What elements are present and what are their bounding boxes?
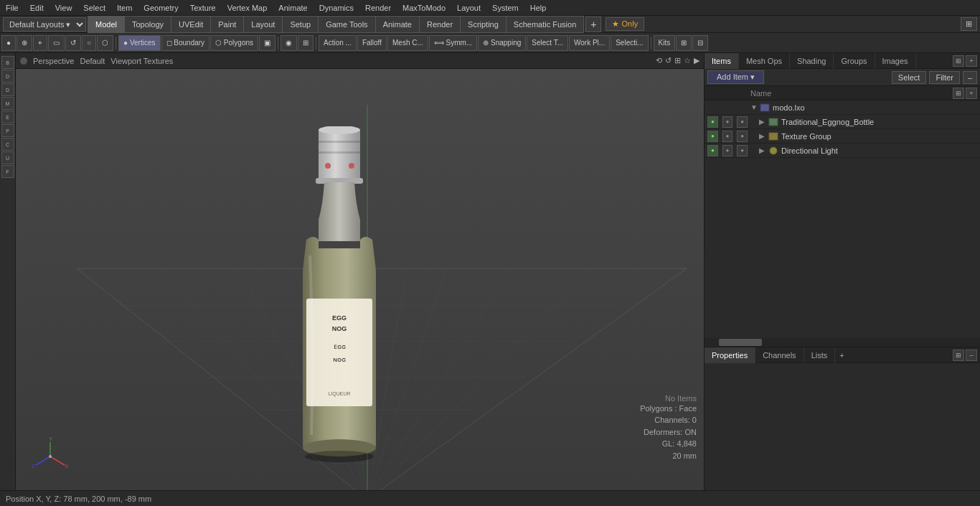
snap2-button[interactable]: ⊞	[298, 35, 314, 51]
eye-bottle[interactable]: ●	[707, 116, 718, 128]
items-scrollbar[interactable]	[705, 338, 980, 347]
tab-paint[interactable]: Paint	[210, 16, 243, 33]
snapping-button[interactable]: ⊕ Snapping	[478, 35, 526, 51]
sidebar-tool-6[interactable]: P	[1, 124, 14, 137]
sidebar-tool-8[interactable]: U	[1, 151, 14, 164]
vp-star-icon[interactable]: ☆	[684, 56, 691, 65]
layout-select[interactable]: Default Layouts ▾	[3, 17, 86, 32]
viewport-canvas[interactable]: EGG NOG ᴇɢɢ ɴᴏɢ LIQUEUR No Items Polygon	[16, 69, 704, 490]
selection-button[interactable]: Selecti...	[611, 35, 648, 51]
mode-button[interactable]: ▣	[259, 35, 275, 51]
layout-icon-button[interactable]: ⊞	[676, 35, 692, 51]
minus-button[interactable]: –	[963, 71, 977, 84]
select-button[interactable]: Select	[892, 71, 927, 84]
prop-tab-properties[interactable]: Properties	[705, 347, 755, 363]
vertices-button[interactable]: ● Vertices	[118, 35, 160, 51]
prop-settings-icon[interactable]: –	[966, 350, 977, 361]
tool-crosshair[interactable]: ⊕	[17, 35, 32, 51]
star-only-button[interactable]: ★ Only	[606, 17, 644, 31]
prop-expand-icon[interactable]: ⊞	[953, 350, 964, 361]
tab-groups[interactable]: Groups	[834, 53, 875, 69]
menu-edit[interactable]: Edit	[24, 2, 50, 14]
tool-lasso[interactable]: ⌖	[33, 35, 47, 51]
menu-layout[interactable]: Layout	[451, 2, 486, 14]
tool-rect[interactable]: ▭	[48, 35, 65, 51]
eye-bottle-2[interactable]: ●	[722, 116, 733, 128]
eye-light[interactable]: ●	[707, 145, 718, 156]
prop-tab-add[interactable]: +	[835, 350, 848, 361]
menu-view[interactable]: View	[50, 2, 78, 14]
tab-topology[interactable]: Topology	[124, 16, 171, 33]
vp-rotate-icon[interactable]: ⟲	[656, 56, 662, 65]
tab-game-tools[interactable]: Game Tools	[318, 16, 375, 33]
filter-button[interactable]: Filter	[929, 71, 959, 84]
tree-item-root[interactable]: ▼ modo.lxo	[705, 100, 980, 115]
falloff-button[interactable]: Falloff	[357, 35, 387, 51]
prop-tab-lists[interactable]: Lists	[804, 347, 836, 363]
tab-mesh-ops[interactable]: Mesh Ops	[739, 53, 790, 69]
action-button[interactable]: Action ...	[319, 35, 357, 51]
panel-expand-icon[interactable]: ⊞	[953, 55, 964, 67]
tab-animate[interactable]: Animate	[375, 16, 419, 33]
eye-light-2[interactable]: ●	[722, 145, 733, 156]
list-icon-1[interactable]: ⊞	[953, 88, 964, 99]
menu-render[interactable]: Render	[359, 2, 397, 14]
eye-light-3[interactable]: ●	[737, 145, 748, 156]
mesh-button[interactable]: Mesh C...	[387, 35, 428, 51]
eye-texture-3[interactable]: ●	[737, 131, 748, 142]
boundary-button[interactable]: ◻ Boundary	[161, 35, 210, 51]
tool-circle[interactable]: ○	[82, 35, 96, 51]
add-tab-button[interactable]: +	[585, 17, 601, 32]
eye-bottle-3[interactable]: ●	[737, 116, 748, 128]
tool-rotate[interactable]: ↺	[65, 35, 81, 51]
tree-item-texture[interactable]: ● ● ● ▶ Texture Group	[705, 129, 980, 144]
workplane-button[interactable]: Work Pl...	[569, 35, 610, 51]
menu-geometry[interactable]: Geometry	[138, 2, 184, 14]
tab-uvedit[interactable]: UVEdit	[171, 16, 210, 33]
symm-button[interactable]: ⟺ Symm...	[429, 35, 477, 51]
menu-select[interactable]: Select	[77, 2, 111, 14]
sidebar-tool-4[interactable]: M	[1, 97, 14, 110]
tab-items[interactable]: Items	[705, 53, 739, 69]
tab-layout[interactable]: Layout	[243, 16, 282, 33]
menu-system[interactable]: System	[486, 2, 524, 14]
sidebar-tool-5[interactable]: E	[1, 111, 14, 123]
kits-button[interactable]: Kits	[654, 35, 676, 51]
sidebar-tool-9[interactable]: F	[1, 165, 14, 178]
tool-dot[interactable]: ●	[1, 35, 16, 51]
maximize-button[interactable]: ⊞	[961, 17, 977, 31]
vp-frame-icon[interactable]: ⊞	[674, 56, 681, 65]
viewport[interactable]: Perspective Default Viewport Textures ⟲ …	[16, 53, 704, 490]
sidebar-tool-1[interactable]: B	[1, 56, 14, 69]
tab-shading[interactable]: Shading	[790, 53, 834, 69]
menu-file[interactable]: File	[0, 2, 24, 14]
collapse-button[interactable]: ⊟	[692, 35, 708, 51]
menu-item[interactable]: Item	[111, 2, 138, 14]
menu-help[interactable]: Help	[524, 2, 552, 14]
tab-images[interactable]: Images	[875, 53, 916, 69]
sidebar-tool-3[interactable]: D	[1, 83, 14, 96]
items-scrollbar-thumb[interactable]	[719, 339, 762, 346]
sidebar-tool-2[interactable]: D	[1, 70, 14, 83]
add-item-button[interactable]: Add Item ▾	[707, 70, 764, 84]
panel-options-icon[interactable]: +	[966, 55, 977, 67]
tool-hex[interactable]: ⬡	[97, 35, 113, 51]
tab-setup[interactable]: Setup	[282, 16, 318, 33]
tree-item-bottle[interactable]: ● ● ● ▶ Traditional_Eggnog_Bottle	[705, 115, 980, 129]
polygons-button[interactable]: ⬡ Polygons	[210, 35, 258, 51]
eye-texture-2[interactable]: ●	[722, 131, 733, 142]
vp-settings-icon[interactable]: ▶	[694, 56, 699, 65]
tab-scripting[interactable]: Scripting	[460, 16, 506, 33]
menu-animate[interactable]: Animate	[273, 2, 313, 14]
vp-reset-icon[interactable]: ↺	[665, 56, 672, 65]
sidebar-tool-7[interactable]: C	[1, 138, 14, 151]
prop-tab-channels[interactable]: Channels	[755, 347, 804, 363]
menu-texture[interactable]: Texture	[184, 2, 222, 14]
list-icon-2[interactable]: +	[966, 88, 977, 99]
eye-texture[interactable]: ●	[707, 131, 718, 142]
tab-render[interactable]: Render	[419, 16, 460, 33]
menu-dynamics[interactable]: Dynamics	[314, 2, 359, 14]
tab-schematic-fusion[interactable]: Schematic Fusion	[506, 16, 584, 33]
snap1-button[interactable]: ◉	[281, 35, 297, 51]
tab-model[interactable]: Model	[88, 16, 124, 33]
